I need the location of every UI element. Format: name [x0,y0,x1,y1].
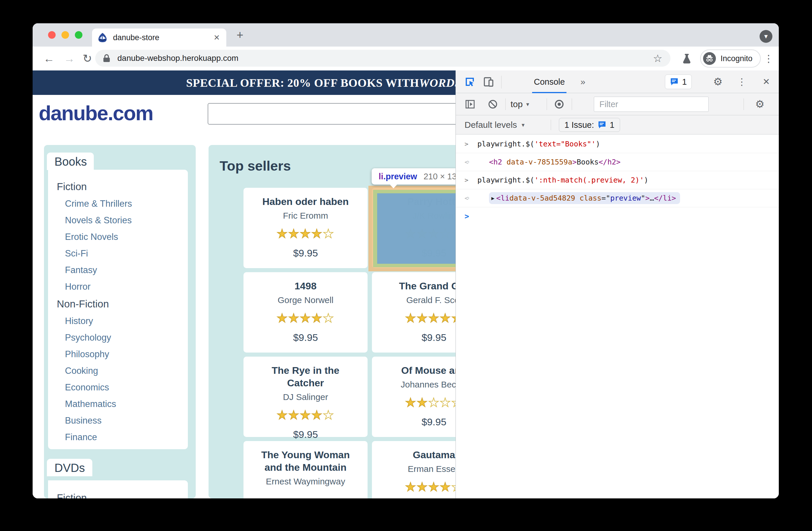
clear-console-icon[interactable] [486,93,499,115]
sidebar-category-link[interactable]: Psychology [65,333,188,343]
star-icon: ★ [451,480,455,494]
book-card[interactable]: Haben oder habenFric Eromm★★★★★$9.95 [244,188,367,268]
category-section-label: Fiction [57,492,188,498]
sidebar-category-link[interactable]: Horror [65,281,188,292]
book-title: Haben oder haben [254,195,358,208]
sidebar-category-link[interactable]: Philosophy [65,349,188,359]
back-button[interactable]: ← [40,47,58,71]
tab-close-icon[interactable]: ✕ [214,33,220,42]
console-prompt-row[interactable]: > [456,207,779,225]
star-icon: ★ [288,227,300,240]
console-messages-badge[interactable]: 1 [665,75,692,89]
books-category-tab[interactable]: Books [47,152,94,170]
star-icon: ★ [440,480,451,494]
new-tab-button[interactable]: + [232,27,248,43]
browser-toolbar: ← → ↻ danube-webshop.herokuapp.com ☆ [33,47,779,71]
book-card[interactable]: 1498Gorge Norwell★★★★★$9.95 [244,272,367,353]
dvds-category-tab[interactable]: DVDs [47,459,92,476]
sidebar-category-link[interactable]: Economics [65,382,188,393]
book-card[interactable]: The Young Woman and the MountainErnest W… [244,441,367,498]
address-bar[interactable]: danube-webshop.herokuapp.com [95,50,670,67]
star-icon: ★ [417,480,429,494]
star-icon: ★ [300,227,311,240]
chevron-down-icon: ▾ [526,101,529,108]
book-title: The Young Woman and the Mountain [244,448,367,474]
device-toolbar-icon[interactable] [481,71,495,93]
book-title: The Grand Gro [390,280,455,292]
promo-banner-text: SPECIAL OFFER: 20% OFF BOOKS WITH WORDS … [186,71,455,95]
console-settings-icon[interactable]: ⚙ [753,93,767,115]
star-icon: ★ [417,396,429,409]
inspect-overlay-padding [373,190,455,267]
star-icon: ★ [440,311,451,325]
bookmark-star-icon[interactable]: ☆ [653,47,662,71]
incognito-label: Incognito [721,54,753,63]
site-logo[interactable]: danube.com [39,102,153,125]
console-input-row[interactable]: >playwright.$(':nth-match(.preview, 2)') [456,171,779,189]
sidebar-category-link[interactable]: Mathematics [65,399,188,409]
star-icon: ★ [405,480,417,494]
inspect-element-icon[interactable] [463,71,477,93]
sidebar-category-link[interactable]: Fantasy [65,265,188,276]
browser-tab[interactable]: danube-store ✕ [92,29,226,47]
console-entry-text: ▶<li data-v-5ad54829 class="preview">…</… [489,192,680,204]
sidebar-category-link[interactable]: Sci-Fi [65,248,188,259]
sidebar-category-link[interactable]: Finance [65,432,188,443]
star-icon: ★ [428,396,440,409]
book-card[interactable]: The Rye in the CatcherDJ Salinger★★★★★$9… [244,357,367,437]
console-toolbar: top ▾ ⚙ [456,93,779,115]
sidebar-category-link[interactable]: Business [65,415,188,426]
close-window-button[interactable] [48,31,56,39]
star-icon: ★ [428,480,440,494]
reload-button[interactable]: ↻ [78,47,96,71]
maximize-window-button[interactable] [75,31,83,39]
top-sellers-title: Top sellers [220,158,291,174]
category-sidebar: Books FictionCrime & ThrillersNovels & S… [44,145,196,498]
console-sidebar-toggle-icon[interactable] [463,93,477,115]
book-title: Gautama [404,448,455,461]
book-title: Of Mouse and [393,364,455,377]
star-icon: ★ [300,311,311,325]
input-chevron-icon: > [465,140,472,148]
promo-banner: SPECIAL OFFER: 20% OFF BOOKS WITH WORDS … [33,71,455,95]
book-card[interactable]: GautamaErman Essen★★★★★ [372,441,455,498]
tab-console[interactable]: Console [529,71,569,93]
sidebar-category-link[interactable]: Novels & Stories [65,215,188,226]
devtools-menu-icon[interactable]: ⋮ [735,71,748,93]
console-log[interactable]: >playwright.$('text="Books"')<·<h2 data-… [456,135,779,498]
star-icon: ★ [311,311,323,325]
more-tabs-icon[interactable]: » [580,71,584,93]
sidebar-category-link[interactable]: Cooking [65,366,188,376]
execution-context-selector[interactable]: top ▾ [510,93,529,115]
sidebar-category-link[interactable]: History [65,316,188,326]
console-filter-input[interactable] [594,97,709,112]
star-icon: ★ [451,396,455,409]
sidebar-category-link[interactable]: Crime & Thrillers [65,198,188,209]
book-card[interactable]: The Grand GroGerald F. Scot★★★★★$9.95 [372,272,455,353]
star-icon: ★ [288,311,300,325]
issues-badge[interactable]: 1 Issue: 1 [559,118,620,132]
browser-menu-icon[interactable]: ⋮ [762,47,775,71]
log-levels-dropdown[interactable]: Default levels ▾ [465,115,524,134]
console-entry-text: playwright.$('text="Books"') [477,140,600,148]
inspect-overlay-margin [368,186,455,271]
flask-icon[interactable] [681,53,693,65]
minimize-window-button[interactable] [61,31,69,39]
tab-search-button[interactable]: ▼ [759,30,772,43]
live-expression-eye-icon[interactable] [552,93,566,115]
page-viewport: SPECIAL OFFER: 20% OFF BOOKS WITH WORDS … [33,71,455,498]
devtools-close-icon[interactable]: ✕ [759,71,773,93]
book-author: Erman Essen [408,464,455,474]
divider [743,99,744,110]
console-result-row: <·<h2 data-v-7851559a>Books</h2> [456,153,779,171]
book-price: $9.95 [421,332,446,343]
search-input[interactable] [208,103,455,124]
devtools-settings-icon[interactable]: ⚙ [711,71,725,93]
console-input-row[interactable]: >playwright.$('text="Books"') [456,135,779,153]
expand-triangle-icon[interactable]: ▶ [491,195,495,201]
forward-button[interactable]: → [61,47,78,71]
book-card[interactable]: Of Mouse andJohannes Beckst★★★★★$9.95 [372,357,455,437]
incognito-badge[interactable]: Incognito [700,49,761,68]
selected-node-highlight[interactable]: ▶<li data-v-5ad54829 class="preview">…</… [489,192,680,204]
sidebar-category-link[interactable]: Erotic Novels [65,232,188,242]
